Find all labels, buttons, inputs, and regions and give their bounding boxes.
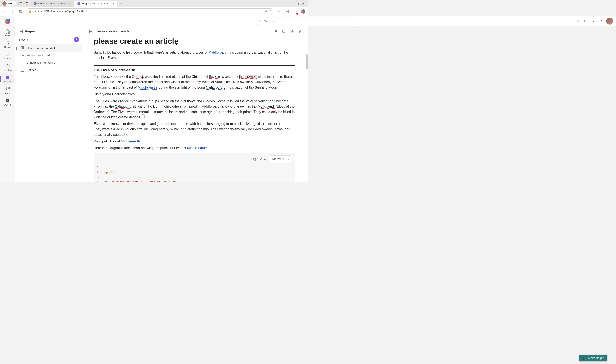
svg-rect-7	[6, 76, 9, 79]
search-placeholder: Search	[264, 19, 274, 23]
citation[interactable]: 1	[141, 115, 145, 118]
citation[interactable]: 1	[124, 132, 128, 136]
extensions-icon[interactable]: ⋯	[292, 8, 299, 15]
heading[interactable]: History and Characteristics	[94, 92, 295, 97]
browser-tab-copilot[interactable]: Copilot | Microsoft 365 ✕	[31, 1, 74, 7]
page-icon	[21, 46, 24, 50]
m365-logo-icon[interactable]	[4, 17, 12, 25]
svg-rect-2	[19, 4, 20, 5]
svg-rect-14	[254, 158, 256, 160]
collections-icon[interactable]	[284, 8, 290, 15]
rail-home[interactable]: Home	[2, 28, 14, 38]
address-bar[interactable]: 🔒 https://m365.cloud.microsoft/pages?aut…	[26, 8, 274, 15]
breadcrumb: please create an article	[96, 30, 130, 33]
forward-button	[9, 8, 16, 15]
page-icon	[21, 68, 24, 72]
paragraph[interactable]: Sure, I'd be happy to help you with that…	[94, 50, 295, 61]
sidebar-item-label: tell me about dublin	[27, 54, 52, 57]
sidebar-item-yorkshire[interactable]: Christmas in Yorkshire	[18, 59, 82, 66]
browser-tab-pages[interactable]: Pages | Microsoft 365 ✕	[74, 1, 117, 7]
minimize-icon[interactable]: —	[289, 2, 293, 6]
page-title[interactable]: please create an article	[94, 35, 308, 49]
profile-work-pill[interactable]: Work	[1, 1, 16, 6]
drag-handle-icon[interactable]: ⋮⋮	[100, 51, 106, 55]
svg-rect-0	[19, 2, 20, 3]
workspaces-icon[interactable]	[17, 1, 23, 7]
rail-onedrive[interactable]: OneDrive	[2, 62, 14, 73]
favorite-icon[interactable]: ☆	[269, 10, 272, 13]
profile-avatar-icon	[2, 1, 7, 6]
page-icon	[21, 54, 24, 57]
sidebar-item-label: please create an article	[27, 47, 56, 50]
app-launcher-icon[interactable]: ⠿	[18, 18, 24, 24]
rail-label: Copilot	[4, 46, 11, 48]
close-window-icon[interactable]: ✕	[302, 2, 305, 6]
sidebar-item-untitled[interactable]: Untitled	[18, 66, 82, 74]
sidebar-item-article[interactable]: please create an article	[18, 44, 82, 52]
pages-icon	[19, 30, 23, 33]
rail-label: Admin	[4, 104, 11, 106]
citation[interactable]: 1	[278, 85, 281, 89]
new-tab-button[interactable]: ＋	[118, 1, 124, 7]
language-select[interactable]: Mermaid	[269, 155, 292, 163]
svg-rect-8	[6, 87, 7, 89]
profile-label: Work	[8, 2, 14, 5]
rail-label: Create	[4, 57, 11, 60]
back-button[interactable]	[1, 8, 8, 15]
copy-code-icon[interactable]	[253, 157, 257, 161]
heading[interactable]: Principal Elves of Middle-earth	[94, 139, 295, 144]
divider	[94, 65, 295, 65]
svg-rect-9	[8, 87, 9, 89]
sidebar-item-dublin[interactable]: tell me about dublin	[18, 52, 82, 59]
rail-label: Home	[4, 34, 11, 37]
new-page-button[interactable]: +	[74, 37, 79, 42]
scrollbar[interactable]	[306, 54, 308, 69]
add-block-icon[interactable]: +	[96, 51, 98, 55]
keyboard-icon[interactable]: ⌘	[274, 29, 278, 33]
share-icon[interactable]	[290, 29, 294, 33]
paragraph[interactable]: The Elves, known as the Quendi, were the…	[94, 74, 295, 90]
svg-rect-3	[26, 2, 28, 5]
sidebar-header: Pages	[15, 26, 83, 36]
page-icon	[89, 30, 93, 33]
svg-text:A: A	[7, 100, 8, 102]
svg-rect-1	[20, 2, 21, 3]
tab-title: Pages | Microsoft 365	[82, 2, 108, 5]
copilot-favicon-icon	[77, 2, 81, 5]
expand-icon[interactable]	[282, 29, 286, 33]
page-icon	[21, 61, 24, 64]
link-middle-earth[interactable]: Middle-earth	[208, 51, 228, 54]
rail-create[interactable]: Create	[2, 51, 14, 61]
wrap-icon[interactable]: ⤢ ⌄	[260, 156, 266, 162]
close-icon[interactable]: ✕	[112, 2, 115, 5]
copilot-icon[interactable]	[298, 29, 302, 33]
rail-copilot[interactable]: Copilot	[2, 39, 14, 50]
close-icon[interactable]: ✕	[69, 2, 71, 5]
read-aloud-icon[interactable]: A⁾	[264, 10, 267, 13]
tab-actions-icon[interactable]	[24, 1, 30, 7]
heading[interactable]: The Elves of Middle-earth	[94, 68, 295, 73]
rail-pages[interactable]: Pages	[2, 74, 14, 84]
sidebar-title: Pages	[25, 29, 35, 33]
rail-apps[interactable]: Apps	[2, 85, 14, 96]
rail-label: OneDrive	[3, 69, 12, 71]
favorites-bar-icon[interactable]: ✧	[275, 8, 282, 15]
code-content[interactable]: graph TD A[Elves of Middle-earth] --> B[…	[102, 165, 179, 182]
url-text: https://m365.cloud.microsoft/pages?auth=…	[34, 10, 87, 13]
code-block[interactable]: ⤢ ⌄ Mermaid 1 2 3 4 5 graph TD A[Elves o…	[94, 153, 295, 182]
search-input[interactable]: Search	[257, 17, 308, 25]
sidebar-item-label: Christmas in Yorkshire	[27, 61, 55, 64]
svg-point-5	[260, 20, 261, 22]
search-icon	[259, 19, 262, 23]
svg-rect-13	[283, 30, 285, 33]
tab-title: Copilot | Microsoft 365	[39, 2, 65, 5]
copilot-favicon-icon	[33, 2, 37, 5]
paragraph[interactable]: Here is an organizational chart showing …	[94, 145, 295, 151]
reload-button[interactable]	[17, 8, 24, 15]
paragraph[interactable]: Elves were known for their tall, agile, …	[94, 121, 295, 138]
rail-label: Apps	[5, 92, 10, 94]
maximize-icon[interactable]: ▢	[296, 2, 299, 6]
rail-admin[interactable]: A Admin	[2, 97, 14, 107]
paragraph[interactable]: The Elves were divided into various grou…	[94, 99, 295, 120]
copilot-browser-icon[interactable]	[300, 8, 307, 15]
